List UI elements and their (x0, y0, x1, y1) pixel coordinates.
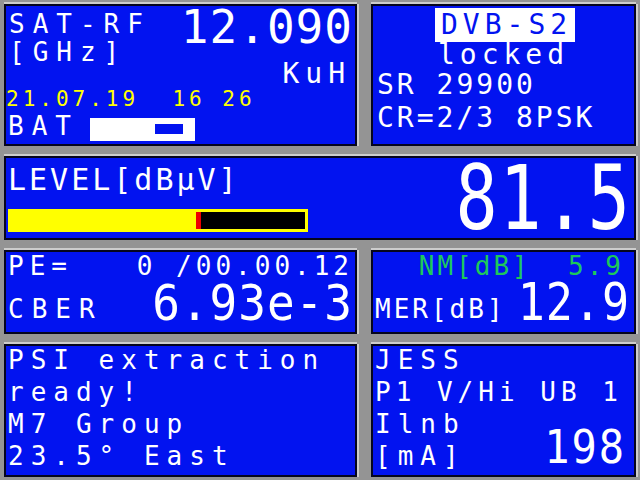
battery-mark (155, 124, 183, 134)
sat-rf-unit: [GHz] (9, 38, 127, 67)
cber-label: CBER (8, 295, 103, 324)
lnb-current-value: 198 (544, 422, 626, 473)
level-bar-tick (196, 212, 201, 229)
panel-psi: PSI extraction ready! M7 Group 23.5° Eas… (4, 344, 357, 477)
psi-line-3: M7 Group (8, 410, 189, 439)
psi-line-2: ready! (8, 378, 144, 407)
panel-lnb: JESS P1 V/Hi UB 1 Ilnb [mA] 198 (371, 344, 636, 477)
band-label: KuH (282, 58, 351, 89)
lock-status: locked (373, 39, 634, 70)
pe-label: PE= (8, 252, 73, 281)
level-bar-fill (11, 212, 196, 229)
psi-line-4: 23.5° East (8, 442, 235, 471)
meter-screen: SAT-RF [GHz] 12.090 KuH 21.07.19 16 26 B… (0, 0, 640, 480)
level-bar (8, 209, 308, 232)
panel-quality: NM[dB] 5.9 MER[dB] 12.9 (371, 250, 636, 334)
code-rate: CR=2/3 8PSK (377, 102, 595, 133)
lnb-current-unit: [mA] (375, 442, 466, 471)
battery-label: BAT (8, 112, 79, 141)
battery-icon (90, 118, 195, 141)
level-label: LEVEL[dBµV] (8, 163, 240, 197)
panel-demod: DVB-S2 locked SR 29900 CR=2/3 8PSK (371, 4, 636, 146)
cber-value: 6.93e-3 (152, 275, 353, 332)
lnb-port-line: P1 V/Hi UB 1 (375, 378, 623, 407)
datetime-text: 21.07.19 16 26 (6, 88, 256, 112)
frequency-value: 12.090 (181, 2, 353, 54)
panel-level: LEVEL[dBµV] 81.5 (4, 156, 636, 240)
lnb-system: JESS (375, 346, 466, 375)
level-value: 81.5 (455, 149, 632, 248)
panel-sat-rf: SAT-RF [GHz] 12.090 KuH 21.07.19 16 26 B… (4, 4, 357, 146)
mer-label: MER[dB] (375, 295, 506, 324)
sat-rf-title: SAT-RF (9, 10, 151, 39)
symbol-rate: SR 29900 (377, 69, 536, 100)
mer-value: 12.9 (518, 274, 630, 332)
psi-line-1: PSI extraction (8, 346, 325, 375)
lnb-current-name: Ilnb (375, 410, 466, 439)
panel-error: PE= 0 /00.00.12 CBER 6.93e-3 (4, 250, 357, 334)
